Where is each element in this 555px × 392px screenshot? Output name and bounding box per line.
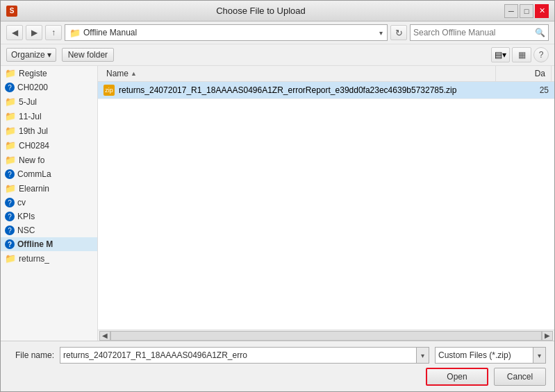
new-folder-button[interactable]: New folder bbox=[62, 48, 114, 62]
sidebar: 📁 Registe ? CH0200 📁 5-Jul 📁 11-Jul 📁 19… bbox=[1, 66, 98, 341]
sort-arrow-icon: ▲ bbox=[131, 70, 137, 77]
filename-dropdown-button[interactable]: ▾ bbox=[416, 348, 429, 363]
zip-file-icon: zip bbox=[103, 85, 115, 96]
filename-row: File name: ▾ Custom Files (*.zip) ▾ bbox=[9, 347, 546, 364]
sidebar-item-label: NSC bbox=[17, 225, 35, 235]
main-area: 📁 Registe ? CH0200 📁 5-Jul 📁 11-Jul 📁 19… bbox=[1, 66, 554, 341]
view-dropdown-button[interactable]: ▤▾ bbox=[491, 47, 510, 62]
sidebar-item-cv[interactable]: ? cv bbox=[1, 196, 97, 210]
app-icon: S bbox=[6, 6, 17, 17]
scroll-track[interactable] bbox=[110, 331, 542, 341]
filetype-select[interactable]: Custom Files (*.zip) ▾ bbox=[435, 347, 546, 364]
filename-input[interactable] bbox=[60, 348, 416, 363]
sidebar-item-5-jul[interactable]: 📁 5-Jul bbox=[1, 94, 97, 109]
sidebar-item-commla[interactable]: ? CommLa bbox=[1, 167, 97, 181]
file-list-header: Name ▲ Da bbox=[98, 66, 554, 82]
folder-icon: 📁 bbox=[5, 96, 16, 107]
sidebar-item-label: 11-Jul bbox=[19, 112, 42, 121]
question-icon: ? bbox=[5, 212, 15, 221]
sidebar-item-registe[interactable]: 📁 Registe bbox=[1, 66, 97, 80]
folder-icon: 📁 bbox=[5, 253, 16, 264]
sidebar-item-11-jul[interactable]: 📁 11-Jul bbox=[1, 109, 97, 123]
sidebar-item-label: Elearnin bbox=[19, 184, 49, 194]
bottom-bar: File name: ▾ Custom Files (*.zip) ▾ Open… bbox=[1, 341, 554, 391]
dialog-window: S Choose File to Upload ─ □ ✕ ◀ ▶ ↑ 📁 Of… bbox=[0, 0, 555, 392]
help-button[interactable]: ? bbox=[533, 47, 549, 62]
filetype-value: Custom Files (*.zip) bbox=[436, 348, 533, 363]
action-row: Open Cancel bbox=[9, 368, 546, 386]
col-date-header[interactable]: Da bbox=[496, 66, 552, 81]
sidebar-item-label: cv bbox=[17, 198, 26, 207]
window-controls: ─ □ ✕ bbox=[504, 4, 549, 18]
sidebar-item-label: KPIs bbox=[17, 212, 35, 221]
table-row[interactable]: zip returns_24072017_R1_18AAAAS0496A1ZR_… bbox=[98, 82, 554, 99]
sidebar-item-returns[interactable]: 📁 returns_ bbox=[1, 251, 97, 266]
folder-icon: 📁 bbox=[5, 140, 16, 151]
back-button[interactable]: ◀ bbox=[6, 25, 23, 40]
sidebar-item-offline-m[interactable]: ? Offline M bbox=[1, 237, 97, 251]
sidebar-item-new-fo[interactable]: 📁 New fo bbox=[1, 153, 97, 167]
filename-label: File name: bbox=[9, 350, 54, 360]
sidebar-item-label: New fo bbox=[19, 155, 44, 165]
col-name-header[interactable]: Name ▲ bbox=[101, 66, 496, 81]
search-box[interactable]: 🔍 bbox=[410, 24, 549, 41]
title-bar: S Choose File to Upload ─ □ ✕ bbox=[1, 1, 554, 22]
cancel-button[interactable]: Cancel bbox=[494, 368, 546, 386]
sidebar-item-label: returns_ bbox=[19, 254, 49, 264]
sidebar-item-ch0284[interactable]: 📁 CH0284 bbox=[1, 138, 97, 153]
refresh-button[interactable]: ↻ bbox=[390, 25, 407, 40]
question-icon: ? bbox=[5, 239, 15, 249]
open-button[interactable]: Open bbox=[426, 368, 488, 386]
address-bar: ◀ ▶ ↑ 📁 Offline Manual ▾ ↻ 🔍 bbox=[1, 22, 554, 44]
folder-icon: 📁 bbox=[5, 68, 16, 78]
toolbar: Organize ▾ New folder ▤▾ ▦ ? bbox=[1, 44, 554, 66]
folder-icon: 📁 bbox=[5, 111, 16, 121]
sidebar-item-label: CommLa bbox=[17, 169, 51, 179]
up-button[interactable]: ↑ bbox=[45, 25, 62, 40]
col-name-label: Name bbox=[106, 69, 129, 78]
folder-icon: 📁 bbox=[5, 126, 16, 136]
view-controls: ▤▾ ▦ ? bbox=[491, 47, 549, 62]
file-list-area: Name ▲ Da zip returns_24072017_R1_18AAAA… bbox=[98, 66, 554, 341]
breadcrumb-bar[interactable]: 📁 Offline Manual ▾ bbox=[65, 24, 388, 41]
sidebar-item-label: 5-Jul bbox=[19, 97, 37, 107]
sidebar-item-label: CH0284 bbox=[19, 141, 49, 151]
organize-button[interactable]: Organize ▾ bbox=[6, 48, 56, 62]
layout-button[interactable]: ▦ bbox=[512, 47, 531, 62]
question-icon: ? bbox=[5, 225, 15, 235]
question-icon: ? bbox=[5, 83, 15, 92]
scroll-left-button[interactable]: ◀ bbox=[99, 331, 110, 341]
window-title: Choose File to Upload bbox=[17, 6, 504, 16]
sidebar-item-elearni[interactable]: 📁 Elearnin bbox=[1, 181, 97, 196]
scroll-right-button[interactable]: ▶ bbox=[542, 331, 553, 341]
view-icon: ▤▾ bbox=[495, 50, 506, 60]
question-icon: ? bbox=[5, 198, 15, 207]
organize-chevron: ▾ bbox=[47, 50, 51, 60]
forward-button[interactable]: ▶ bbox=[26, 25, 42, 40]
sidebar-item-kpis[interactable]: ? KPIs bbox=[1, 210, 97, 223]
sidebar-item-label: Offline M bbox=[17, 239, 53, 249]
minimize-button[interactable]: ─ bbox=[504, 4, 518, 18]
sidebar-item-label: Registe bbox=[19, 69, 47, 78]
sidebar-item-label: CH0200 bbox=[17, 83, 48, 92]
horizontal-scrollbar: ◀ ▶ bbox=[98, 330, 554, 341]
search-input[interactable] bbox=[413, 28, 535, 37]
file-list: zip returns_24072017_R1_18AAAAS0496A1ZR_… bbox=[98, 82, 554, 330]
folder-icon: 📁 bbox=[5, 183, 16, 194]
sidebar-item-19th-jul[interactable]: 📁 19th Jul bbox=[1, 123, 97, 138]
search-icon: 🔍 bbox=[535, 28, 545, 37]
breadcrumb-chevron: ▾ bbox=[379, 29, 383, 37]
breadcrumb-location: Offline Manual bbox=[83, 28, 376, 37]
breadcrumb-folder-icon: 📁 bbox=[69, 28, 81, 38]
col-date-label: Da bbox=[535, 69, 545, 78]
filetype-dropdown-button[interactable]: ▾ bbox=[533, 348, 545, 363]
sidebar-item-ch0200[interactable]: ? CH0200 bbox=[1, 80, 97, 94]
folder-icon: 📁 bbox=[5, 155, 16, 165]
sidebar-item-label: 19th Jul bbox=[19, 126, 48, 136]
sidebar-item-nsc[interactable]: ? NSC bbox=[1, 223, 97, 237]
file-date: 25 bbox=[528, 85, 549, 95]
maximize-button[interactable]: □ bbox=[520, 4, 533, 18]
close-button[interactable]: ✕ bbox=[535, 4, 549, 18]
filename-input-wrapper: ▾ bbox=[60, 347, 429, 364]
organize-label: Organize bbox=[11, 50, 45, 60]
